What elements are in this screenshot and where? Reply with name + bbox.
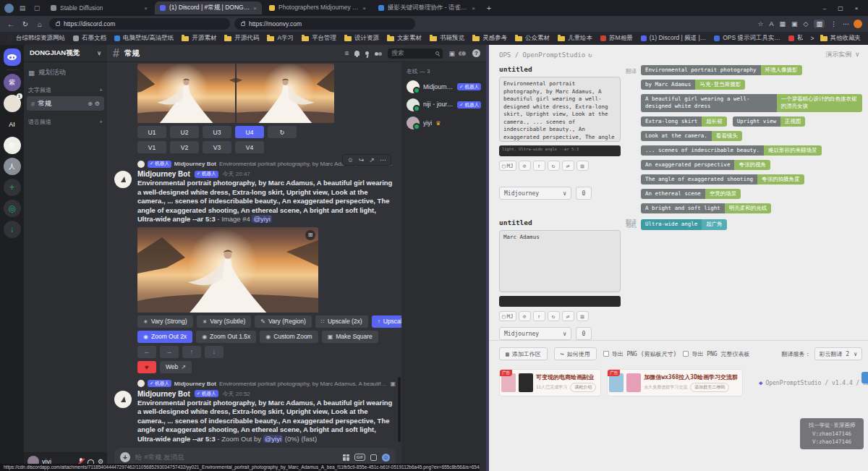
prompt-tag[interactable]: ... scenes of indescribable beauty. 难以形容… [641,145,822,156]
tab-close-icon[interactable]: × [253,5,257,12]
server-icon[interactable]: 熊 [4,137,21,154]
prompt-textarea[interactable]: Marc Adamus [499,230,621,292]
prompt-tag[interactable]: The angle of exaggerated shooting 夸张的拍摄角… [641,174,804,184]
image-grid[interactable] [137,64,334,123]
inbox-icon[interactable]: ▣ [448,50,455,57]
server-icon[interactable]: 紫 [4,74,21,91]
prompt-tool-button[interactable]: ▢MJ [499,161,516,171]
browser-toolbar-icon[interactable]: ▥ [814,20,825,28]
tab-close-icon[interactable]: × [144,5,148,12]
tab-close-icon[interactable]: × [472,5,475,12]
how-to-use-button[interactable]: ↪ 如何使用 [554,347,597,360]
prompt-tag[interactable]: An ethereal scene 空灵的场景 [641,189,741,199]
text-channels-section[interactable]: 文字频道 + [24,86,107,94]
engine-select[interactable]: Midjourney ∨ [499,327,571,340]
prompt-tool-button[interactable]: ▤ [576,311,589,321]
tab-close-icon[interactable]: × [362,5,366,12]
prompt-tool-button[interactable]: ↑ [533,311,545,321]
message-author[interactable]: Midjourney Bot [137,390,190,398]
add-channel-icon[interactable]: + [99,119,103,125]
vary-button[interactable]: ✎Vary (Region) [255,315,312,328]
doc-title[interactable]: untitled [499,218,622,226]
count-stepper[interactable]: 0 [576,187,592,200]
zoom-button[interactable]: ◉Custom Zoom [260,331,318,343]
search-input[interactable]: 搜索 [388,48,443,59]
browser-toolbar-icon[interactable]: ▦ [780,20,786,27]
invite-icon[interactable]: ⊕ [88,101,93,107]
upscale-button[interactable]: U4 [235,126,264,138]
prompt-tool-button[interactable]: ▤ [576,161,589,171]
bookmark-item[interactable]: 台综韩综资源网站 [7,34,65,43]
add-workspace-button[interactable]: ▦ 添加工作区 [499,347,548,360]
browser-tab[interactable]: Photographers Midjourney 关键词 × [264,1,371,14]
minimize-button[interactable]: – [817,1,832,14]
bookmark-item[interactable]: 设计资源 [344,34,379,43]
vary-button[interactable]: ∗Vary (Subtle) [197,315,252,328]
variation-button[interactable]: V4 [235,141,264,153]
upscale-button[interactable]: ↻ [268,126,297,138]
bookmark-item[interactable]: A学习 [267,34,294,43]
prompt-tool-button[interactable]: ⊘ [519,311,531,321]
export-png-full-checkbox[interactable]: 导出 PNG 完整仪表板 [683,350,749,358]
forward-icon[interactable]: ↗ [369,156,375,164]
add-server-button[interactable]: + [4,179,21,196]
checkbox[interactable] [683,351,689,357]
bookmark-item[interactable]: (1) Discord | 频道 |… [641,34,707,43]
voice-channels-section[interactable]: 语音频道 + [24,118,107,126]
url-field-left[interactable]: https://discord.com [49,18,230,30]
prompt-tool-button[interactable]: ↑ [533,161,545,171]
member-item[interactable]: yiyi ♛ [407,116,481,130]
prompt-tag[interactable]: Upright view 正视图 [733,116,806,127]
bookmark-item[interactable]: 电脑壁纸/高清壁纸 [114,34,174,43]
back-icon[interactable]: ← [6,20,16,28]
browser-toolbar-icon[interactable]: ▣ [791,20,798,27]
home-icon[interactable]: ⌂ [35,20,45,28]
attach-button[interactable]: + [120,452,130,462]
upscale-button[interactable]: U2 [170,126,199,138]
bookmark-item[interactable]: 灵感参考 [472,34,507,43]
compiled-prompt-bar[interactable] [499,296,621,307]
discover-button[interactable]: ◎ [4,200,21,217]
side-widget-button[interactable] [861,372,868,383]
zoom-button[interactable]: ◉Zoom Out 2x [137,331,192,343]
count-stepper[interactable]: 0 [576,327,592,340]
channel-item-general[interactable]: # 常规 ⊕ ⚙ [27,96,104,111]
upscale-button[interactable]: U3 [203,126,231,138]
grid-image-1[interactable] [137,64,235,123]
server-icon[interactable]: 人 [4,158,21,175]
ad-button[interactable]: 课程介绍 [570,383,596,392]
prompt-textarea[interactable]: Environmental portrait photography, by M… [499,77,621,142]
prompt-tag[interactable]: by Marc Adamus 马克·亚当斯摄影 [641,80,745,90]
prompt-tag[interactable]: Extra-long skirt 超长裙 [641,116,727,127]
bookmark-item[interactable]: 私人美术馆.pdf… [788,34,803,43]
browser-toolbar-icon[interactable]: ⋯ [843,20,849,27]
pinned-messages-icon[interactable] [365,51,369,55]
channel-settings-icon[interactable]: ⚙ [95,101,100,107]
compiled-prompt-bar[interactable]: light, Ultra-wide angle --ar 5:3 [499,145,621,156]
server-header[interactable]: DONGJIAN视觉 ∨ [24,45,107,62]
chat-scrollbar[interactable] [398,377,401,442]
avatar[interactable] [114,391,132,408]
url-field-right[interactable]: https://moonvy.com [234,18,415,30]
prompt-tag[interactable]: Ultra-wide angle 超广角 [641,219,727,229]
bookmark-item[interactable]: 苏M相册 [600,34,633,43]
ad-button[interactable]: 添加群主二维码 [690,383,729,392]
gif-picker-icon[interactable]: GIF [354,454,365,461]
favorite-button[interactable]: ♥ [137,361,156,373]
upscale-button[interactable]: U1 [137,126,166,138]
message-author[interactable]: Midjourney Bot [137,170,190,178]
more-actions-icon[interactable]: ⋯ [380,156,386,164]
browser-tab[interactable]: (1) Discord | #常规 | DONGJIAN视觉 × [155,1,262,14]
zoom-button[interactable]: ▣Make Square [322,331,378,343]
close-button[interactable]: × [849,1,864,14]
expand-image-icon[interactable]: ⊞ [305,230,315,240]
browser-tab[interactable]: 摄影关键词整理协作 - 语雀云文档 × [373,1,480,14]
browser-toolbar-icon[interactable]: ☆ [757,20,763,27]
doc-title[interactable]: untitled [499,65,622,73]
bookmark-item[interactable]: 书籍预览 [430,34,464,43]
checkbox[interactable] [603,351,609,357]
edge-profile-icon[interactable] [854,20,862,28]
workspace-icon[interactable]: ▤ [17,2,28,14]
prompt-tool-button[interactable]: ⇄ [562,311,574,321]
browser-profile-avatar[interactable] [4,4,14,13]
